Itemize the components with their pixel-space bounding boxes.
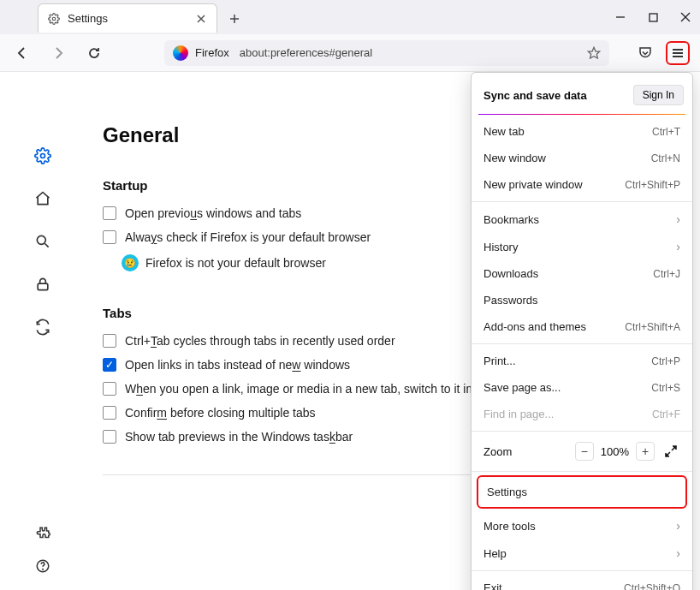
app-menu-button[interactable] [666, 41, 690, 65]
checkbox-label: Open links in tabs instead of new window… [125, 358, 350, 372]
fullscreen-button[interactable] [661, 442, 680, 461]
checkbox-icon[interactable] [103, 430, 116, 444]
close-window-button[interactable] [679, 11, 691, 23]
sign-in-button[interactable]: Sign In [633, 85, 684, 105]
checkbox-label: Confirm before closing multiple tabs [125, 406, 316, 420]
url-identity-label: Firefox [195, 46, 229, 59]
gear-icon [47, 12, 61, 26]
window-controls [614, 0, 691, 34]
menu-find-in-page[interactable]: Find in page...Ctrl+F [472, 401, 692, 427]
menu-help[interactable]: Help› [472, 539, 692, 567]
url-bar[interactable]: Firefox about:preferences#general [164, 40, 609, 66]
tab-title: Settings [68, 12, 187, 25]
tab-close-button[interactable] [194, 12, 208, 26]
menu-new-tab[interactable]: New tabCtrl+T [472, 118, 692, 145]
menu-save-as[interactable]: Save page as...Ctrl+S [472, 374, 692, 401]
zoom-in-button[interactable]: + [636, 442, 655, 461]
preferences-sidebar [0, 72, 86, 590]
sidebar-general[interactable] [31, 144, 55, 168]
sync-title: Sync and save data [483, 89, 587, 102]
menu-more-tools[interactable]: More tools› [472, 512, 692, 539]
sidebar-help[interactable] [31, 554, 55, 578]
sidebar-privacy[interactable] [31, 272, 55, 296]
back-button[interactable] [10, 41, 34, 65]
menu-exit[interactable]: ExitCtrl+Shift+Q [472, 575, 692, 590]
chevron-right-icon: › [676, 546, 680, 560]
zoom-out-button[interactable]: − [575, 442, 594, 461]
forward-button[interactable] [46, 41, 70, 65]
svg-marker-2 [588, 47, 599, 58]
svg-point-4 [37, 235, 45, 244]
bookmark-star-icon[interactable] [587, 46, 601, 60]
titlebar: Settings [0, 0, 700, 34]
app-menu-panel: Sync and save data Sign In New tabCtrl+T… [471, 72, 693, 590]
checkbox-label: Open previous windows and tabs [125, 206, 301, 220]
svg-point-0 [52, 17, 56, 21]
menu-settings[interactable]: Settings [477, 475, 687, 509]
checkbox-icon[interactable] [103, 206, 116, 220]
menu-new-window[interactable]: New windowCtrl+N [472, 145, 692, 171]
zoom-row: Zoom − 100% + [472, 435, 692, 468]
sidebar-home[interactable] [31, 187, 55, 211]
menu-downloads[interactable]: DownloadsCtrl+J [472, 260, 692, 287]
sidebar-search[interactable] [31, 229, 55, 253]
checkbox-label: When you open a link, image or media in … [125, 382, 527, 396]
chevron-right-icon: › [676, 519, 680, 533]
browser-tab[interactable]: Settings [38, 3, 217, 33]
gradient-divider [478, 114, 685, 115]
checkbox-label: Ctrl+Tab cycles through tabs in recently… [125, 334, 395, 348]
sidebar-sync[interactable] [31, 315, 55, 339]
sidebar-extensions[interactable] [31, 521, 55, 545]
zoom-value: 100% [601, 445, 629, 458]
sync-row: Sync and save data Sign In [472, 80, 692, 114]
menu-new-private-window[interactable]: New private windowCtrl+Shift+P [472, 171, 692, 198]
svg-rect-5 [38, 283, 48, 290]
svg-point-7 [43, 569, 44, 569]
checkbox-icon[interactable] [103, 334, 116, 348]
chevron-right-icon: › [676, 212, 680, 226]
menu-passwords[interactable]: Passwords [472, 287, 692, 313]
checkbox-icon[interactable] [103, 382, 116, 396]
minimize-button[interactable] [614, 11, 626, 23]
zoom-label: Zoom [483, 445, 568, 458]
checkbox-icon[interactable] [103, 230, 116, 244]
menu-history[interactable]: History› [472, 233, 692, 260]
menu-addons[interactable]: Add-ons and themesCtrl+Shift+A [472, 313, 692, 340]
svg-point-3 [41, 154, 45, 158]
menu-bookmarks[interactable]: Bookmarks› [472, 206, 692, 233]
checkbox-icon[interactable] [103, 406, 116, 420]
svg-rect-1 [650, 14, 657, 21]
new-tab-button[interactable] [224, 9, 245, 29]
chevron-right-icon: › [676, 240, 680, 253]
firefox-logo-icon [173, 45, 188, 61]
sad-face-icon: 😢 [122, 254, 139, 271]
nav-toolbar: Firefox about:preferences#general [0, 34, 700, 72]
checkbox-label: Always check if Firefox is your default … [125, 230, 371, 244]
pocket-button[interactable] [633, 41, 657, 65]
status-text: Firefox is not your default browser [145, 256, 326, 270]
reload-button[interactable] [82, 41, 106, 65]
maximize-button[interactable] [647, 11, 659, 23]
url-text: about:preferences#general [240, 46, 372, 59]
menu-print[interactable]: Print...Ctrl+P [472, 348, 692, 374]
checkbox-label: Show tab previews in the Windows taskbar [125, 430, 353, 444]
checkbox-icon[interactable] [103, 358, 116, 372]
